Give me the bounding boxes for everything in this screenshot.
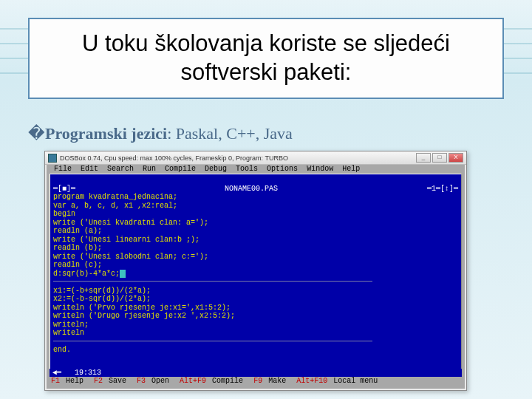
menu-run[interactable]: Run [138, 165, 160, 174]
hotkey-f2-label: Save [104, 377, 135, 386]
code-line: x1:=(-b+sqr(d))/(2*a); [53, 287, 151, 295]
menu-search[interactable]: Search [103, 165, 138, 174]
code-line: program kvadratna_jednacina; [53, 193, 177, 201]
dosbox-window: DOSBox 0.74, Cpu speed: max 100% cycles,… [44, 151, 467, 391]
subtitle-bullet: � [28, 124, 45, 143]
editor-footer: ◄═ 19:313 [50, 369, 462, 377]
code-line: readln (b); [53, 244, 102, 252]
code-line: x2:=(-b-sqr(d))/(2*a); [53, 295, 151, 303]
hotkey-f3-label: Open [147, 377, 178, 386]
separator-line: ────────────────────────────────────────… [53, 278, 372, 286]
code-line: begin [53, 210, 75, 218]
hotkey-f1-label: Help [61, 377, 92, 386]
hotkey-f2[interactable]: F2 [94, 377, 103, 386]
window-title: DOSBox 0.74, Cpu speed: max 100% cycles,… [60, 154, 416, 162]
menu-compile[interactable]: Compile [160, 165, 200, 174]
code-line: writeln ('Prvo rjesenje je:x1=',x1:5:2); [53, 304, 231, 312]
menu-file[interactable]: File [50, 165, 76, 174]
hotkey-altf10-label: Local menu [329, 377, 378, 386]
hotkey-f9-label: Make [264, 377, 295, 386]
code-line: writeln [53, 329, 84, 337]
code-line: write ('Unesi kvadratni clan: a='); [53, 219, 208, 227]
subtitle-bold: Programski jezici [45, 124, 167, 143]
border-right: ═1═[↕]═ [427, 185, 458, 194]
menu-options[interactable]: Options [262, 165, 302, 174]
code-editor[interactable]: ═[■]═NONAME00.PAS═1═[↕]═program kvadratn… [50, 174, 462, 377]
turbo-pascal-screen: File Edit Search Run Compile Debug Tools… [47, 165, 465, 389]
scroll-left-icon[interactable]: ◄═ [52, 369, 61, 377]
slide-title: U toku školovanja koriste se sljedeći so… [43, 30, 489, 87]
code-line: readln (c); [53, 261, 102, 269]
text-cursor [120, 270, 126, 278]
maximize-button[interactable]: □ [432, 153, 447, 163]
menu-help[interactable]: Help [338, 165, 364, 174]
hotkey-altf9[interactable]: Alt+F9 [180, 377, 206, 386]
slide-title-box: U toku školovanja koriste se sljedeći so… [28, 18, 504, 99]
slide-subtitle: �Programski jezici: Paskal, C++, Java [28, 124, 293, 143]
window-controls: _ □ X [416, 153, 463, 163]
hotkey-f9[interactable]: F9 [253, 377, 262, 386]
minimize-button[interactable]: _ [416, 153, 431, 163]
separator-line: ────────────────────────────────────────… [53, 338, 372, 346]
code-line: readln (a); [53, 227, 102, 235]
status-bar: F1 Help F2 Save F3 Open Alt+F9 Compile F… [50, 377, 462, 386]
menu-edit[interactable]: Edit [76, 165, 103, 174]
menu-debug[interactable]: Debug [200, 165, 231, 174]
code-line: write ('Unesi slobodni clan; c:='); [53, 253, 208, 261]
editor-filename: NONAME00.PAS [225, 185, 278, 194]
close-button[interactable]: X [449, 153, 463, 163]
border-left: ═[■]═ [53, 185, 75, 194]
hotkey-altf9-label: Compile [208, 377, 252, 386]
hotkey-f3[interactable]: F3 [137, 377, 146, 386]
window-titlebar[interactable]: DOSBox 0.74, Cpu speed: max 100% cycles,… [45, 151, 466, 165]
subtitle-rest: : Paskal, C++, Java [167, 124, 293, 143]
cursor-position: 19:313 [75, 369, 101, 377]
turbo-menu-bar[interactable]: File Edit Search Run Compile Debug Tools… [47, 165, 465, 174]
menu-tools[interactable]: Tools [231, 165, 262, 174]
hotkey-f1[interactable]: F1 [51, 377, 60, 386]
hotkey-altf10[interactable]: Alt+F10 [296, 377, 327, 386]
code-line: writeln; [53, 321, 89, 329]
menu-window[interactable]: Window [302, 165, 338, 174]
code-line: var a, b, c, d, x1 ,x2:real; [53, 202, 177, 210]
code-line: writeln ('Drugo rjesenje je:x2 ',x2:5:2)… [53, 312, 235, 320]
app-icon [48, 154, 57, 163]
code-line: d:sqr(b)-4*a*c; [53, 270, 120, 278]
code-line: end. [53, 346, 71, 354]
code-line: write ('Unesi linearni clan:b ;); [53, 236, 200, 244]
